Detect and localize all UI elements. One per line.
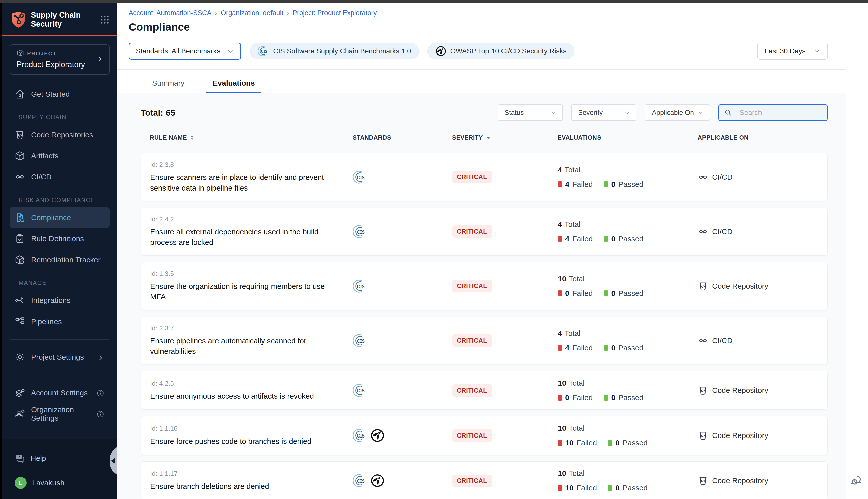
filter-dropdown-severity[interactable]: Severity xyxy=(571,105,637,121)
standards-dropdown[interactable]: Standards: All Benchmarks xyxy=(129,43,241,60)
sidebar-item-artifacts[interactable]: Artifacts xyxy=(10,145,109,167)
infinity-icon xyxy=(698,336,708,346)
applicable-on-cell: Code Repository xyxy=(698,385,827,395)
rule-id: Id: 1.1.16 xyxy=(150,425,353,433)
svg-text:CIS: CIS xyxy=(357,433,365,438)
search-box xyxy=(718,105,828,121)
failed-square-icon xyxy=(558,345,562,351)
window-left-edge xyxy=(0,3,2,499)
standards-dropdown-value: Standards: All Benchmarks xyxy=(136,47,220,55)
sidebar-item-ci-cd[interactable]: CI/CD xyxy=(10,167,109,187)
total-count: Total: 65 xyxy=(141,108,175,118)
sidebar-item-label: Account Settings xyxy=(31,389,88,397)
rule-row[interactable]: Id: 1.3.5 Ensure the organization is req… xyxy=(141,262,828,310)
sidebar-item-compliance[interactable]: Compliance xyxy=(10,207,109,228)
rule-row[interactable]: Id: 4.2.5 Ensure anonymous access to art… xyxy=(141,371,828,410)
infinity-icon xyxy=(698,172,708,182)
help-chat-icon: ? xyxy=(14,453,25,464)
eval-total-label: Total xyxy=(565,166,580,174)
tab-evaluations[interactable]: Evaluations xyxy=(206,75,261,93)
severity-badge: CRITICAL xyxy=(452,280,492,292)
breadcrumb-link-2[interactable]: Project: Product Exploratory xyxy=(293,9,377,17)
rule-row[interactable]: Id: 2.4.2 Ensure all external dependenci… xyxy=(141,208,828,256)
filter-dropdown-label: Applicable On xyxy=(652,109,694,117)
rule-cell: Id: 1.1.16 Ensure force pushes code to b… xyxy=(150,425,353,447)
pipelines-icon xyxy=(14,316,25,327)
eval-total-count: 10 xyxy=(558,469,566,478)
eval-total-label: Total xyxy=(569,469,584,478)
clipboard-icon xyxy=(14,233,25,244)
sidebar-item-get-started[interactable]: Get Started xyxy=(10,84,109,105)
eval-total-count: 4 xyxy=(558,166,562,174)
rule-id: Id: 2.3.8 xyxy=(150,161,353,169)
search-input[interactable] xyxy=(740,109,822,117)
rule-row[interactable]: Id: 2.3.7 Ensure pipelines are automatic… xyxy=(141,317,828,364)
sidebar-item-pipelines[interactable]: Pipelines xyxy=(10,311,109,332)
failed-square-icon xyxy=(558,236,562,242)
sidebar-item-organization-settings[interactable]: Organization Settings xyxy=(10,403,109,424)
sort-toggle-icon xyxy=(189,134,195,141)
breadcrumb-link-1[interactable]: Organization: default xyxy=(221,9,283,17)
column-header-rule-name[interactable]: RULE NAME xyxy=(150,134,353,141)
sidebar-item-project-settings[interactable]: Project Settings xyxy=(10,346,109,368)
sidebar-item-help[interactable]: ? Help xyxy=(10,449,109,467)
tab-summary[interactable]: Summary xyxy=(146,75,191,93)
sidebar-item-remediation-tracker[interactable]: Remediation Tracker xyxy=(10,249,109,270)
rule-name: Ensure the organization is requiring mem… xyxy=(150,281,331,302)
filter-dropdown-label: Status xyxy=(505,109,524,117)
date-range-value: Last 30 Days xyxy=(765,47,806,55)
project-selector[interactable]: PROJECT Product Exploratory xyxy=(10,45,109,75)
eval-total-label: Total xyxy=(565,329,580,338)
sidebar-item-label: Compliance xyxy=(31,214,71,222)
sidebar-item-account-settings[interactable]: Account Settings xyxy=(10,382,109,403)
integrations-icon xyxy=(14,295,25,306)
rule-row[interactable]: Id: 1.1.16 Ensure force pushes code to b… xyxy=(141,416,828,455)
cis-logo-icon: CIS xyxy=(353,224,367,239)
standard-chip-cis[interactable]: CIS CIS Software Supply Chain Benchmarks… xyxy=(250,43,419,60)
evaluations-cell: 10Total 0Failed 0Passed xyxy=(558,379,698,402)
rule-row[interactable]: Id: 1.1.17 Ensure branch deletions are d… xyxy=(141,461,828,499)
column-header-label: APPLICABLE ON xyxy=(698,134,749,141)
sidebar-item-rule-definitions[interactable]: Rule Definitions xyxy=(10,228,109,249)
column-header-label: EVALUATIONS xyxy=(557,134,601,141)
column-header-label: RULE NAME xyxy=(150,134,187,141)
sidebar-item-code-repositories[interactable]: Code Repositories xyxy=(10,124,109,145)
sidebar-divider xyxy=(10,339,109,340)
cis-logo-icon: CIS xyxy=(353,383,367,397)
rule-row[interactable]: Id: 2.3.8 Ensure scanners are in place t… xyxy=(141,153,828,201)
box-icon xyxy=(14,150,25,161)
breadcrumb-link-0[interactable]: Account: Automation-SSCA xyxy=(129,9,212,17)
standard-chip-owasp[interactable]: OWASP Top 10 CI/CD Security Risks xyxy=(427,43,575,60)
gear-icon xyxy=(14,352,25,363)
apps-grid-icon[interactable] xyxy=(99,14,110,25)
filter-dropdown-status[interactable]: Status xyxy=(497,105,563,121)
applicable-on-label: Code Repository xyxy=(712,282,768,290)
column-header-standards[interactable]: STANDARDS xyxy=(353,134,452,141)
sidebar-item-label: Pipelines xyxy=(31,317,62,326)
svg-text:CIS: CIS xyxy=(357,388,365,393)
severity-cell: CRITICAL xyxy=(452,226,558,238)
brand-accent-line xyxy=(2,35,117,36)
severity-badge: CRITICAL xyxy=(452,384,492,397)
table-filters: Status Severity Applicable On xyxy=(497,105,828,121)
support-chat-icon[interactable] xyxy=(851,474,864,487)
standards-cell: CIS xyxy=(353,224,452,239)
chevron-down-icon xyxy=(227,48,234,55)
applicable-on-cell: Code Repository xyxy=(698,476,827,486)
user-menu[interactable]: L Lavakush xyxy=(10,474,109,492)
owasp-logo-icon xyxy=(371,474,385,488)
column-header-applicable-on[interactable]: APPLICABLE ON xyxy=(698,134,828,141)
column-header-severity[interactable]: SEVERITY xyxy=(452,134,557,141)
breadcrumb: Account: Automation-SSCA›Organization: d… xyxy=(129,9,828,17)
chevron-down-icon xyxy=(813,48,820,55)
sidebar-item-integrations[interactable]: Integrations xyxy=(10,290,109,311)
sidebar-section-manage: MANAGE xyxy=(19,278,117,288)
filter-dropdown-applicable-on[interactable]: Applicable On xyxy=(645,105,710,121)
org-icon xyxy=(14,409,25,419)
svg-text:CIS: CIS xyxy=(357,284,365,289)
eval-passed: 0Passed xyxy=(604,180,643,189)
date-range-dropdown[interactable]: Last 30 Days xyxy=(757,43,828,60)
compliance-icon xyxy=(14,212,25,223)
owasp-logo-icon xyxy=(435,46,446,57)
column-header-evaluations[interactable]: EVALUATIONS xyxy=(557,134,698,141)
